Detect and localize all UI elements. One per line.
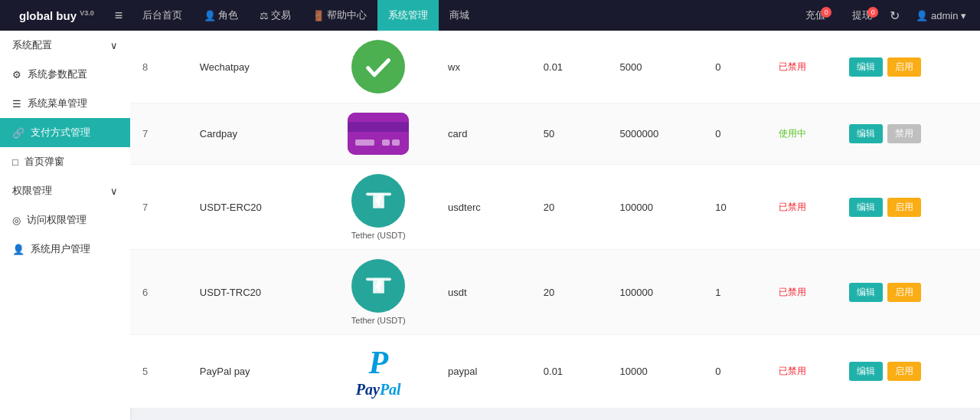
top-nav: global buy V3.0 ≡ 后台首页 👤 角色 ⚖ 交易 🚪 帮助中心 … [0, 0, 980, 31]
row-code: usdterc [436, 165, 531, 250]
usdt-erc20-icon: ₮ [351, 174, 405, 228]
row-icon: ₮ Tether (USDT) [321, 250, 436, 335]
svg-rect-3 [355, 139, 374, 146]
logo-version: V3.0 [80, 9, 94, 17]
row-actions: 编辑 禁用 [837, 103, 980, 165]
edit-button[interactable]: 编辑 [849, 198, 883, 217]
enable-button[interactable]: 启用 [887, 362, 921, 381]
row-actions: 编辑 启用 [837, 165, 980, 250]
row-min: 50 [531, 103, 608, 165]
row-name: PayPal pay [188, 335, 322, 409]
sidebar-group-system-config[interactable]: 系统配置 ∨ [0, 31, 130, 60]
sidebar-item-popup[interactable]: □ 首页弹窗 [0, 147, 130, 176]
shield-icon: ◎ [12, 215, 21, 226]
enable-button[interactable]: 启用 [887, 198, 921, 217]
svg-rect-2 [348, 122, 409, 132]
chevron-down-icon: ∨ [110, 185, 118, 197]
row-max: 100000 [608, 165, 704, 250]
disable-button[interactable]: 禁用 [887, 124, 921, 143]
status-badge: 已禁用 [773, 363, 812, 379]
row-code: wx [436, 31, 531, 103]
nav-help[interactable]: 🚪 帮助中心 [302, 0, 377, 31]
row-min: 0.01 [531, 31, 608, 103]
svg-rect-4 [382, 139, 390, 146]
svg-rect-13 [373, 281, 384, 294]
row-sort: 0 [703, 31, 760, 103]
row-name: USDT-ERC20 [188, 165, 322, 250]
table-row: 6 USDT-TRC20 ₮ [130, 250, 980, 335]
sidebar-item-access[interactable]: ◎ 访问权限管理 [0, 205, 130, 235]
row-icon: P PayPal [321, 335, 436, 409]
sidebar-item-system-params[interactable]: ⚙ 系统参数配置 [0, 60, 130, 89]
status-badge: 使用中 [773, 126, 812, 142]
row-code: usdt [436, 250, 531, 335]
user-icon: 👤 [12, 244, 24, 255]
app-logo: global buy V3.0 [8, 9, 106, 22]
edit-button[interactable]: 编辑 [849, 57, 883, 77]
enable-button[interactable]: 启用 [887, 57, 921, 77]
row-sort: 0 [703, 335, 760, 409]
sidebar-item-users[interactable]: 👤 系统用户管理 [0, 235, 130, 264]
sidebar-item-payment[interactable]: 🔗 支付方式管理 [0, 118, 130, 147]
paypal-icon-container: P PayPal [333, 344, 423, 399]
row-id: 8 [130, 31, 188, 103]
sidebar-item-system-menu[interactable]: ☰ 系统菜单管理 [0, 89, 130, 118]
row-name: Wechatpay [188, 31, 322, 103]
paypal-p-icon: P [368, 344, 388, 381]
payment-table: 8 Wechatpay [130, 31, 980, 409]
edit-button[interactable]: 编辑 [849, 362, 883, 381]
row-status: 使用中 [760, 103, 837, 165]
main-layout: 系统配置 ∨ ⚙ 系统参数配置 ☰ 系统菜单管理 🔗 支付方式管理 □ 首页弹窗… [0, 31, 980, 420]
row-max: 100000 [608, 250, 704, 335]
table-row: 5 PayPal pay P PayPal paypal 0 [130, 335, 980, 409]
status-badge: 已禁用 [773, 284, 812, 300]
nav-transaction[interactable]: ⚖ 交易 [249, 0, 302, 31]
sidebar-group-permissions[interactable]: 权限管理 ∨ [0, 176, 130, 205]
nav-backend-home[interactable]: 后台首页 [132, 0, 193, 31]
row-max: 5000000 [608, 103, 704, 165]
row-id: 6 [130, 250, 188, 335]
nav-role[interactable]: 👤 角色 [193, 0, 249, 31]
menu-toggle-icon[interactable]: ≡ [106, 8, 132, 24]
edit-button[interactable]: 编辑 [849, 283, 883, 302]
main-content: 8 Wechatpay [130, 31, 980, 420]
svg-rect-1 [348, 113, 409, 155]
row-code: paypal [436, 335, 531, 409]
svg-rect-9 [373, 195, 384, 208]
card-icon [348, 113, 409, 155]
row-status: 已禁用 [760, 165, 837, 250]
row-status: 已禁用 [760, 31, 837, 103]
svg-rect-12 [366, 277, 391, 281]
nav-system[interactable]: 系统管理 [377, 0, 439, 31]
gear-icon: ⚙ [12, 69, 21, 80]
edit-button[interactable]: 编辑 [849, 124, 883, 143]
status-badge: 已禁用 [773, 59, 812, 75]
row-actions: 编辑 启用 [837, 250, 980, 335]
row-status: 已禁用 [760, 335, 837, 409]
svg-rect-8 [366, 192, 391, 195]
row-id: 7 [130, 165, 188, 250]
status-badge: 已禁用 [773, 199, 812, 215]
row-icon [321, 31, 436, 103]
refresh-button[interactable]: ↻ [884, 8, 906, 23]
svg-point-0 [361, 49, 397, 85]
row-min: 0.01 [531, 335, 608, 409]
recharge-button[interactable]: 充值 0 [798, 8, 833, 22]
svg-rect-5 [392, 139, 400, 146]
enable-button[interactable]: 启用 [887, 283, 921, 302]
row-sort: 10 [703, 165, 760, 250]
link-icon: 🔗 [12, 127, 24, 139]
row-name: USDT-TRC20 [188, 250, 322, 335]
table-row: 7 USDT-ERC20 ₮ [130, 165, 980, 250]
usdt-trc20-icon: ₮ [351, 259, 405, 313]
row-id: 5 [130, 335, 188, 409]
logo-text: global buy [19, 9, 77, 22]
row-actions: 编辑 启用 [837, 335, 980, 409]
row-icon: ₮ Tether (USDT) [321, 165, 436, 250]
recharge-badge: 0 [821, 7, 831, 18]
withdraw-button[interactable]: 提现 0 [844, 8, 880, 22]
admin-menu[interactable]: 👤 admin ▾ [910, 10, 972, 21]
nav-shop[interactable]: 商城 [439, 0, 480, 31]
row-max: 10000 [608, 335, 704, 409]
top-right-actions: 充值 0 提现 0 ↻ 👤 admin ▾ [798, 8, 972, 23]
